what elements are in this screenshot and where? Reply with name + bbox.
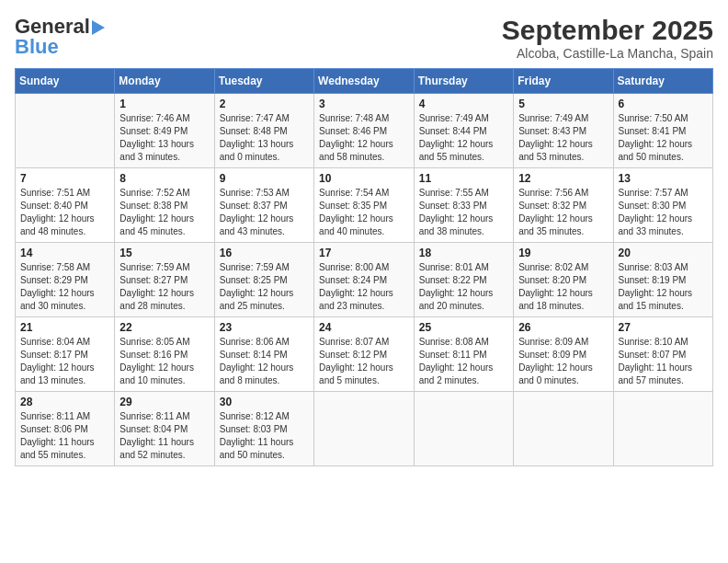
calendar-cell: 13Sunrise: 7:57 AM Sunset: 8:30 PM Dayli…	[613, 168, 713, 243]
day-number: 17	[319, 247, 409, 259]
day-info: Sunrise: 8:03 AM Sunset: 8:19 PM Dayligh…	[619, 261, 709, 313]
calendar-cell: 6Sunrise: 7:50 AM Sunset: 8:41 PM Daylig…	[613, 94, 713, 168]
logo-arrow-icon	[92, 20, 105, 35]
calendar-cell: 21Sunrise: 8:04 AM Sunset: 8:17 PM Dayli…	[16, 317, 115, 392]
calendar-cell: 2Sunrise: 7:47 AM Sunset: 8:48 PM Daylig…	[214, 94, 313, 168]
calendar-cell	[613, 392, 713, 466]
day-info: Sunrise: 8:11 AM Sunset: 8:04 PM Dayligh…	[119, 410, 209, 462]
page-title: September 2025	[502, 15, 713, 46]
calendar-cell: 7Sunrise: 7:51 AM Sunset: 8:40 PM Daylig…	[16, 168, 115, 243]
calendar-cell: 28Sunrise: 8:11 AM Sunset: 8:06 PM Dayli…	[16, 392, 115, 466]
calendar-cell: 1Sunrise: 7:46 AM Sunset: 8:49 PM Daylig…	[115, 94, 214, 168]
calendar-week-row: 1Sunrise: 7:46 AM Sunset: 8:49 PM Daylig…	[16, 94, 713, 168]
day-info: Sunrise: 8:11 AM Sunset: 8:06 PM Dayligh…	[20, 410, 109, 462]
calendar-cell: 5Sunrise: 7:49 AM Sunset: 8:43 PM Daylig…	[514, 94, 613, 168]
column-header-thursday: Thursday	[414, 69, 513, 94]
day-info: Sunrise: 7:46 AM Sunset: 8:49 PM Dayligh…	[119, 112, 209, 164]
calendar-table: SundayMondayTuesdayWednesdayThursdayFrid…	[15, 68, 713, 466]
day-info: Sunrise: 7:49 AM Sunset: 8:43 PM Dayligh…	[518, 112, 608, 164]
column-header-friday: Friday	[514, 69, 613, 94]
day-info: Sunrise: 7:54 AM Sunset: 8:35 PM Dayligh…	[319, 187, 409, 238]
calendar-cell: 26Sunrise: 8:09 AM Sunset: 8:09 PM Dayli…	[514, 317, 613, 392]
day-number: 10	[319, 172, 409, 185]
day-info: Sunrise: 7:53 AM Sunset: 8:37 PM Dayligh…	[220, 187, 309, 238]
calendar-cell: 16Sunrise: 7:59 AM Sunset: 8:25 PM Dayli…	[214, 243, 313, 317]
calendar-cell: 25Sunrise: 8:08 AM Sunset: 8:11 PM Dayli…	[414, 317, 513, 392]
title-block: September 2025 Alcoba, Castille-La Manch…	[502, 15, 713, 61]
day-info: Sunrise: 8:00 AM Sunset: 8:24 PM Dayligh…	[319, 261, 409, 313]
day-info: Sunrise: 7:55 AM Sunset: 8:33 PM Dayligh…	[419, 187, 508, 238]
calendar-cell: 22Sunrise: 8:05 AM Sunset: 8:16 PM Dayli…	[115, 317, 214, 392]
day-number: 22	[119, 321, 209, 334]
day-number: 13	[619, 172, 709, 185]
day-number: 24	[319, 321, 409, 334]
calendar-cell: 8Sunrise: 7:52 AM Sunset: 8:38 PM Daylig…	[115, 168, 214, 243]
day-info: Sunrise: 7:59 AM Sunset: 8:25 PM Dayligh…	[220, 261, 309, 313]
day-number: 18	[419, 247, 508, 259]
calendar-cell: 19Sunrise: 8:02 AM Sunset: 8:20 PM Dayli…	[514, 243, 613, 317]
day-info: Sunrise: 8:10 AM Sunset: 8:07 PM Dayligh…	[619, 336, 709, 387]
day-info: Sunrise: 8:09 AM Sunset: 8:09 PM Dayligh…	[518, 336, 608, 387]
calendar-cell: 12Sunrise: 7:56 AM Sunset: 8:32 PM Dayli…	[514, 168, 613, 243]
day-info: Sunrise: 8:06 AM Sunset: 8:14 PM Dayligh…	[220, 336, 309, 387]
day-number: 15	[119, 247, 209, 259]
day-number: 8	[119, 172, 209, 185]
calendar-cell: 30Sunrise: 8:12 AM Sunset: 8:03 PM Dayli…	[214, 392, 313, 466]
day-number: 26	[518, 321, 608, 334]
day-number: 6	[619, 98, 709, 110]
day-info: Sunrise: 8:07 AM Sunset: 8:12 PM Dayligh…	[319, 336, 409, 387]
calendar-cell: 4Sunrise: 7:49 AM Sunset: 8:44 PM Daylig…	[414, 94, 513, 168]
column-header-wednesday: Wednesday	[314, 69, 415, 94]
calendar-cell	[514, 392, 613, 466]
calendar-cell: 23Sunrise: 8:06 AM Sunset: 8:14 PM Dayli…	[214, 317, 313, 392]
day-number: 23	[220, 321, 309, 334]
day-info: Sunrise: 8:01 AM Sunset: 8:22 PM Dayligh…	[419, 261, 508, 313]
calendar-header-row: SundayMondayTuesdayWednesdayThursdayFrid…	[16, 69, 713, 94]
page-header: General Blue September 2025 Alcoba, Cast…	[15, 15, 713, 61]
calendar-cell: 10Sunrise: 7:54 AM Sunset: 8:35 PM Dayli…	[314, 168, 415, 243]
day-info: Sunrise: 7:59 AM Sunset: 8:27 PM Dayligh…	[119, 261, 209, 313]
day-info: Sunrise: 7:57 AM Sunset: 8:30 PM Dayligh…	[619, 187, 709, 238]
calendar-week-row: 14Sunrise: 7:58 AM Sunset: 8:29 PM Dayli…	[16, 243, 713, 317]
calendar-cell: 17Sunrise: 8:00 AM Sunset: 8:24 PM Dayli…	[314, 243, 415, 317]
calendar-cell: 9Sunrise: 7:53 AM Sunset: 8:37 PM Daylig…	[214, 168, 313, 243]
calendar-cell	[414, 392, 513, 466]
day-number: 16	[220, 247, 309, 259]
day-info: Sunrise: 8:05 AM Sunset: 8:16 PM Dayligh…	[119, 336, 209, 387]
day-info: Sunrise: 8:02 AM Sunset: 8:20 PM Dayligh…	[518, 261, 608, 313]
day-info: Sunrise: 7:51 AM Sunset: 8:40 PM Dayligh…	[20, 187, 109, 238]
calendar-cell: 18Sunrise: 8:01 AM Sunset: 8:22 PM Dayli…	[414, 243, 513, 317]
day-number: 21	[20, 321, 109, 334]
day-number: 7	[20, 172, 109, 185]
day-number: 29	[119, 396, 209, 408]
day-info: Sunrise: 7:47 AM Sunset: 8:48 PM Dayligh…	[220, 112, 309, 164]
day-number: 4	[419, 98, 508, 110]
day-number: 14	[20, 247, 109, 259]
day-info: Sunrise: 7:58 AM Sunset: 8:29 PM Dayligh…	[20, 261, 109, 313]
calendar-cell	[16, 94, 115, 168]
day-info: Sunrise: 7:49 AM Sunset: 8:44 PM Dayligh…	[419, 112, 508, 164]
day-info: Sunrise: 7:56 AM Sunset: 8:32 PM Dayligh…	[518, 187, 608, 238]
day-number: 25	[419, 321, 508, 334]
calendar-week-row: 21Sunrise: 8:04 AM Sunset: 8:17 PM Dayli…	[16, 317, 713, 392]
day-info: Sunrise: 8:08 AM Sunset: 8:11 PM Dayligh…	[419, 336, 508, 387]
calendar-week-row: 7Sunrise: 7:51 AM Sunset: 8:40 PM Daylig…	[16, 168, 713, 243]
day-number: 2	[220, 98, 309, 110]
day-number: 12	[518, 172, 608, 185]
column-header-sunday: Sunday	[16, 69, 115, 94]
day-info: Sunrise: 7:50 AM Sunset: 8:41 PM Dayligh…	[619, 112, 709, 164]
column-header-tuesday: Tuesday	[214, 69, 313, 94]
day-info: Sunrise: 8:12 AM Sunset: 8:03 PM Dayligh…	[220, 410, 309, 462]
day-number: 1	[119, 98, 209, 110]
day-number: 11	[419, 172, 508, 185]
day-number: 28	[20, 396, 109, 408]
day-number: 19	[518, 247, 608, 259]
calendar-cell: 24Sunrise: 8:07 AM Sunset: 8:12 PM Dayli…	[314, 317, 415, 392]
calendar-week-row: 28Sunrise: 8:11 AM Sunset: 8:06 PM Dayli…	[16, 392, 713, 466]
day-number: 20	[619, 247, 709, 259]
column-header-monday: Monday	[115, 69, 214, 94]
day-info: Sunrise: 7:48 AM Sunset: 8:46 PM Dayligh…	[319, 112, 409, 164]
day-number: 9	[220, 172, 309, 185]
calendar-cell: 14Sunrise: 7:58 AM Sunset: 8:29 PM Dayli…	[16, 243, 115, 317]
calendar-cell: 3Sunrise: 7:48 AM Sunset: 8:46 PM Daylig…	[314, 94, 415, 168]
